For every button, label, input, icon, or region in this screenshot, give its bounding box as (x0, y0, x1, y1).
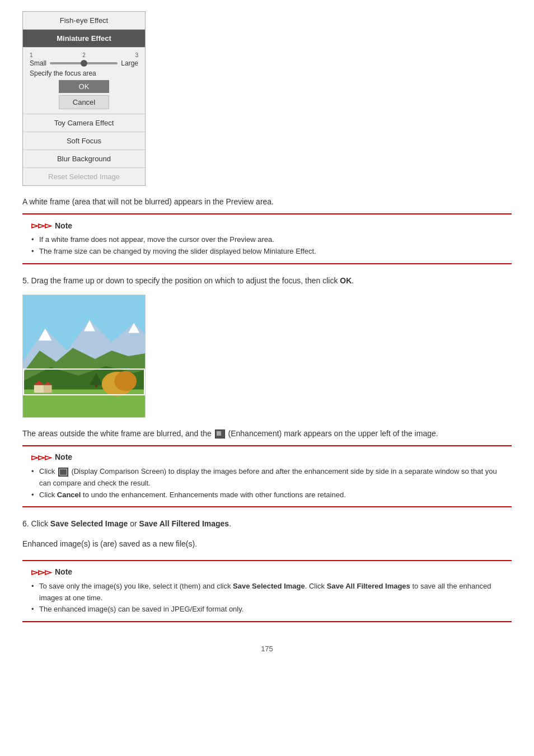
miniature-expanded-panel: 1 2 3 Small Large Specify the focus area… (23, 48, 145, 114)
note-label-2: Note (55, 452, 72, 461)
description-2: The areas outside the white frame are bl… (22, 428, 512, 440)
note-box-1: ▻▻▻ Note If a white frame does not appea… (22, 213, 512, 264)
step-6-desc: Click Save Selected Image or Save All Fi… (31, 519, 231, 528)
menu-item-miniature[interactable]: Miniature Effect (23, 30, 145, 48)
note-list-item-1-1: If a white frame does not appear, move t… (31, 234, 503, 246)
step-6-save-all-bold: Save All Filtered Images (139, 519, 229, 528)
step-6-block: 6. Click Save Selected Image or Save All… (22, 517, 512, 549)
step-5-desc: Drag the frame up or down to specify the… (31, 276, 354, 285)
step-5-ok-bold: OK (340, 276, 352, 285)
note-2-2-click: Click (39, 491, 57, 499)
note-label-1: Note (55, 221, 72, 230)
note-arrow-icon: ▻▻▻ (31, 220, 51, 231)
ok-button[interactable]: OK (59, 80, 109, 93)
note-3-1-bold2: Save All Filtered Images (327, 582, 410, 590)
mountain-svg (23, 295, 145, 417)
slider-small-label: Small (30, 59, 46, 67)
menu-item-toy-camera[interactable]: Toy Camera Effect (23, 114, 145, 132)
note-list-2: Click (Display Comparison Screen) to dis… (31, 466, 503, 501)
note-label-3: Note (55, 567, 72, 576)
note-3-1-mid: . Click (305, 582, 327, 590)
step-6-save-selected-bold: Save Selected Image (50, 519, 128, 528)
effect-menu-panel: Fish-eye Effect Miniature Effect 1 2 3 S… (22, 11, 146, 186)
note-arrow-icon-2: ▻▻▻ (31, 452, 51, 463)
button-row: OK Cancel (30, 80, 138, 109)
cancel-button[interactable]: Cancel (59, 95, 109, 109)
note-2-2-cancel-bold: Cancel (57, 491, 81, 499)
menu-item-reset[interactable]: Reset Selected Image (23, 168, 145, 185)
note-title-2: ▻▻▻ Note (31, 452, 503, 463)
page-number: 175 (261, 645, 273, 653)
note-3-1-bold1: Save Selected Image (233, 582, 305, 590)
focus-area-label: Specify the focus area (30, 69, 138, 77)
note-title-3: ▻▻▻ Note (31, 567, 503, 577)
step-5-text: 5. Drag the frame up or down to specify … (22, 274, 512, 287)
svg-rect-7 (23, 389, 145, 417)
note-list-1: If a white frame does not appear, move t… (31, 234, 503, 258)
menu-item-soft-focus[interactable]: Soft Focus (23, 132, 145, 150)
mountain-preview-image (22, 295, 146, 418)
note-list-item-3-2: The enhanced image(s) can be saved in JP… (31, 604, 503, 615)
note-list-3: To save only the image(s) you like, sele… (31, 581, 503, 615)
step-6-text: 6. Click Save Selected Image or Save All… (22, 517, 512, 530)
note-2-1-suffix: (Display Comparison Screen) to display t… (39, 467, 497, 487)
note-box-2: ▻▻▻ Note Click (Display Comparison Scree… (22, 445, 512, 507)
tick-2: 2 (82, 52, 86, 58)
comparison-screen-icon (58, 468, 68, 477)
note-2-1-prefix: Click (39, 467, 57, 475)
note-list-item-2-2: Click Cancel to undo the enhancement. En… (31, 489, 503, 501)
note-list-item-2-1: Click (Display Comparison Screen) to dis… (31, 466, 503, 489)
tick-1: 1 (30, 52, 33, 58)
note-arrow-icon-3: ▻▻▻ (31, 567, 51, 577)
note-3-1-prefix: To save only the image(s) you like, sele… (39, 582, 233, 590)
note-list-item-3-1: To save only the image(s) you like, sele… (31, 581, 503, 604)
slider-large-label: Large (121, 59, 138, 67)
page-footer: 175 (22, 639, 512, 653)
step-5-number: 5. (22, 276, 29, 285)
slider-row: Small Large (30, 59, 138, 67)
description-3: Enhanced image(s) is (are) saved as a ne… (22, 538, 512, 550)
description-1: A white frame (area that will not be blu… (22, 196, 512, 208)
menu-item-fish-eye[interactable]: Fish-eye Effect (23, 12, 145, 30)
tick-3: 3 (135, 52, 138, 58)
enhancement-icon (215, 430, 225, 438)
step-6-number: 6. (22, 519, 29, 528)
svg-rect-8 (34, 385, 44, 393)
desc2-before: The areas outside the white frame are bl… (22, 429, 214, 438)
slider-tick-labels: 1 2 3 (30, 52, 138, 58)
note-list-item-1-2: The frame size can be changed by moving … (31, 246, 503, 258)
slider-thumb[interactable] (81, 60, 87, 67)
step-5-block: 5. Drag the frame up or down to specify … (22, 274, 512, 418)
note-2-2-rest: to undo the enhancement. Enhancements ma… (81, 491, 345, 499)
note-box-3: ▻▻▻ Note To save only the image(s) you l… (22, 560, 512, 622)
desc2-after: (Enhancement) mark appears on the upper … (228, 429, 438, 438)
svg-point-17 (115, 371, 137, 391)
note-title-1: ▻▻▻ Note (31, 220, 503, 231)
svg-rect-9 (44, 385, 52, 393)
menu-item-blur-bg[interactable]: Blur Background (23, 150, 145, 168)
slider-track[interactable] (50, 62, 118, 64)
